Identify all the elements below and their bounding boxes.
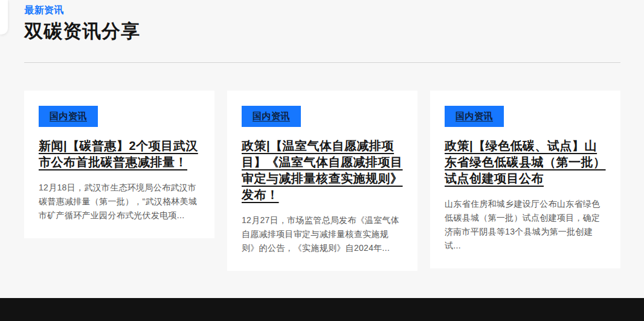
floating-widget-fragment: [0, 0, 8, 34]
category-badge-link[interactable]: 国内资讯: [253, 111, 290, 121]
category-badge-link[interactable]: 国内资讯: [456, 111, 493, 121]
page-title: 双碳资讯分享: [24, 19, 620, 44]
footer-bar: [0, 298, 644, 321]
category-badge-link[interactable]: 国内资讯: [50, 111, 87, 121]
article-title-link[interactable]: 新闻|【碳普惠】2个项目武汉市公布首批碳普惠减排量！: [39, 138, 200, 170]
news-card: 国内资讯 政策|【温室气体自愿减排项目】《温室气体自愿减排项目审定与减排量核查实…: [227, 91, 417, 271]
article-excerpt: 12月27日，市场监管总局发布《温室气体自愿减排项目审定与减排量核查实施规则》的…: [242, 213, 403, 255]
page: 最新资讯 双碳资讯分享 国内资讯 新闻|【碳普惠】2个项目武汉市公布首批碳普惠减…: [0, 0, 644, 321]
category-badge[interactable]: 国内资讯: [242, 106, 301, 127]
category-badge[interactable]: 国内资讯: [39, 106, 98, 127]
section-eyebrow: 最新资讯: [24, 4, 620, 17]
header-divider: [24, 62, 620, 63]
news-card: 国内资讯 新闻|【碳普惠】2个项目武汉市公布首批碳普惠减排量！ 12月18日，武…: [24, 91, 214, 238]
news-section: 最新资讯 双碳资讯分享 国内资讯 新闻|【碳普惠】2个项目武汉市公布首批碳普惠减…: [24, 0, 620, 271]
article-title-link[interactable]: 政策|【绿色低碳、试点】山东省绿色低碳县城（第一批）试点创建项目公布: [445, 138, 606, 187]
article-title-link[interactable]: 政策|【温室气体自愿减排项目】《温室气体自愿减排项目审定与减排量核查实施规则》发…: [242, 138, 403, 203]
category-badge[interactable]: 国内资讯: [445, 106, 504, 127]
article-excerpt: 山东省住房和城乡建设厅公布山东省绿色低碳县城（第一批）试点创建项目，确定济南市平…: [445, 197, 606, 253]
news-card: 国内资讯 政策|【绿色低碳、试点】山东省绿色低碳县城（第一批）试点创建项目公布 …: [430, 91, 620, 268]
article-excerpt: 12月18日，武汉市生态环境局公布武汉市碳普惠减排量（第一批），“武汉格林美城市…: [39, 181, 200, 222]
news-cards-row: 国内资讯 新闻|【碳普惠】2个项目武汉市公布首批碳普惠减排量！ 12月18日，武…: [24, 91, 620, 271]
